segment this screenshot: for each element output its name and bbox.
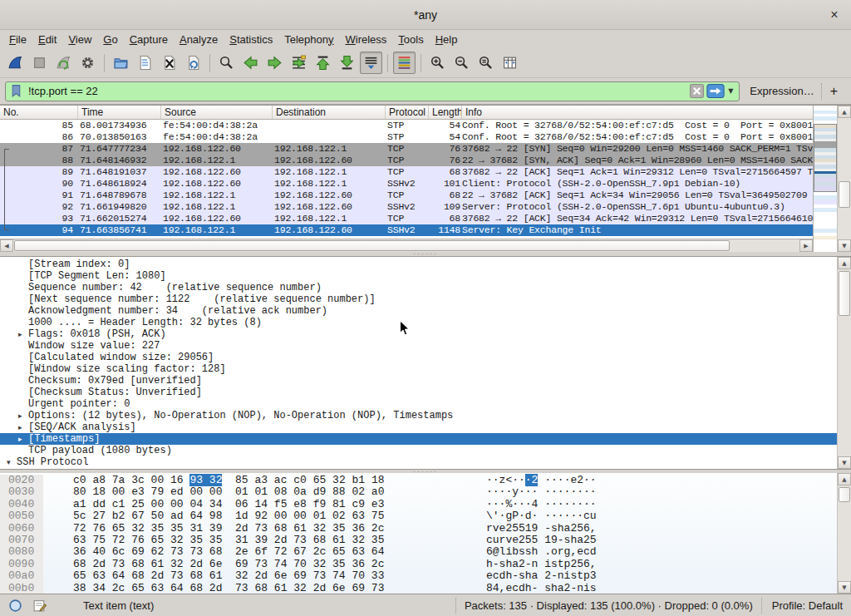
hex-row-0090[interactable]: 009068 2d 73 68 61 32 2d 6e 69 73 74 70 …: [0, 559, 837, 570]
display-filter-field[interactable]: !tcp.port == 22 ▼: [5, 81, 740, 101]
scroll-up-icon[interactable]: ▲: [838, 473, 851, 485]
scroll-right-icon[interactable]: ▶: [799, 239, 813, 252]
go-to-first-button[interactable]: [312, 52, 334, 74]
zoom-out-button[interactable]: [450, 52, 473, 74]
menu-analyze[interactable]: Analyze: [174, 32, 224, 47]
expression-button[interactable]: Expression…: [750, 85, 814, 97]
packet-row-86[interactable]: 8670.013850163fe:54:00:d4:38:2aSTP54Conf…: [0, 131, 813, 143]
intelligent-scrollbar-minimap[interactable]: [814, 106, 837, 252]
hex-row-00b0[interactable]: 00b038 34 2c 65 63 64 68 2d 73 68 61 32 …: [0, 583, 837, 594]
packet-row-87[interactable]: 8771.647777234192.168.122.60192.168.122.…: [0, 143, 813, 155]
close-file-button[interactable]: [158, 52, 180, 74]
menu-help[interactable]: Help: [430, 32, 464, 47]
packet-row-85[interactable]: 8568.001734936fe:54:00:d4:38:2aSTP54Conf…: [0, 120, 813, 131]
detail-row[interactable]: Window size value: 227: [0, 340, 837, 352]
menu-go[interactable]: Go: [97, 32, 123, 47]
go-back-button[interactable]: [239, 52, 262, 74]
details-vscrollbar[interactable]: ▲ ▼: [837, 257, 851, 469]
packet-row-94[interactable]: 9471.663856741192.168.122.1192.168.122.6…: [0, 224, 813, 236]
expert-info-icon[interactable]: [8, 599, 22, 613]
save-file-button[interactable]: [134, 52, 156, 74]
hex-row-0070[interactable]: 007063 75 72 76 65 32 35 35 31 39 2d 73 …: [0, 535, 837, 546]
detail-row[interactable]: [Checksum Status: Unverified]: [0, 387, 837, 398]
menu-capture[interactable]: Capture: [124, 32, 174, 47]
packet-row-92[interactable]: 9271.661949820192.168.122.1192.168.122.6…: [0, 201, 813, 213]
column-header-source[interactable]: Source: [161, 106, 273, 119]
detail-row[interactable]: [Calculated window size: 29056]: [0, 352, 837, 363]
clear-filter-icon[interactable]: [690, 84, 704, 98]
add-filter-button[interactable]: +: [821, 83, 846, 100]
bookmark-icon[interactable]: [8, 84, 25, 98]
detail-row[interactable]: [TCP Segment Len: 1080]: [0, 270, 837, 282]
detail-row[interactable]: Urgent pointer: 0: [0, 398, 837, 410]
column-header-protocol[interactable]: Protocol: [386, 106, 429, 119]
apply-filter-icon[interactable]: [706, 84, 725, 98]
menu-wireless[interactable]: Wireless: [340, 32, 393, 47]
expand-icon[interactable]: ▸: [18, 410, 22, 421]
scroll-down-icon[interactable]: ▼: [838, 239, 851, 252]
close-window-icon[interactable]: ×: [826, 7, 843, 23]
detail-row[interactable]: ▸Flags: 0x018 (PSH, ACK): [0, 328, 837, 340]
vscroll-thumb[interactable]: [839, 271, 850, 316]
collapse-icon[interactable]: ▾: [7, 456, 11, 468]
detail-row[interactable]: ▸[Timestamps]: [0, 433, 837, 445]
zoom-in-button[interactable]: [426, 52, 449, 74]
colorize-packets-button[interactable]: [393, 52, 416, 74]
scroll-down-icon[interactable]: ▼: [838, 581, 851, 594]
scroll-down-icon[interactable]: ▼: [838, 456, 851, 469]
menu-edit[interactable]: Edit: [32, 32, 62, 47]
go-forward-button[interactable]: [263, 52, 286, 74]
expand-icon[interactable]: ▸: [18, 328, 22, 340]
scroll-left-icon[interactable]: ◀: [0, 239, 13, 252]
menu-telephony[interactable]: Telephony: [278, 32, 339, 47]
detail-row[interactable]: ▸[SEQ/ACK analysis]: [0, 421, 837, 433]
hex-row-0050[interactable]: 00505c 27 b2 67 50 ad 64 98 1d 92 00 00 …: [0, 510, 837, 522]
detail-row[interactable]: ▸SSH Version 2 (encryption:chacha20-poly…: [0, 468, 837, 469]
hscroll-thumb[interactable]: [14, 240, 730, 251]
detail-row[interactable]: Checksum: 0x79ed [unverified]: [0, 375, 837, 387]
packet-row-88[interactable]: 8871.648146932192.168.122.1192.168.122.6…: [0, 155, 813, 166]
expand-icon[interactable]: ▸: [18, 421, 22, 433]
detail-row[interactable]: 1000 .... = Header Length: 32 bytes (8): [0, 317, 837, 328]
resize-columns-button[interactable]: [499, 52, 521, 74]
hex-row-0080[interactable]: 008036 40 6c 69 62 73 73 68 2e 6f 72 67 …: [0, 546, 837, 558]
packet-list-hscrollbar[interactable]: ◀ ▶: [0, 239, 813, 252]
hex-row-00a0[interactable]: 00a065 63 64 68 2d 73 68 61 32 2d 6e 69 …: [0, 570, 837, 582]
filter-history-dropdown-icon[interactable]: ▼: [725, 87, 736, 95]
column-header-length[interactable]: Length: [429, 106, 462, 119]
profile-selector[interactable]: Profile: Default: [761, 598, 851, 614]
zoom-original-button[interactable]: [475, 52, 497, 74]
vscroll-thumb[interactable]: [839, 487, 850, 502]
detail-row[interactable]: TCP payload (1080 bytes): [0, 445, 837, 456]
capture-comment-icon[interactable]: [32, 599, 47, 613]
packet-row-93[interactable]: 9371.662015274192.168.122.60192.168.122.…: [0, 213, 813, 224]
bytes-vscrollbar[interactable]: ▲ ▼: [837, 473, 851, 594]
scroll-up-icon[interactable]: ▲: [838, 106, 851, 118]
packet-row-89[interactable]: 8971.648191037192.168.122.60192.168.122.…: [0, 166, 813, 178]
detail-row[interactable]: [Window size scaling factor: 128]: [0, 363, 837, 375]
expand-icon[interactable]: ▸: [18, 433, 22, 445]
column-header-info[interactable]: Info: [462, 106, 813, 119]
packet-row-91[interactable]: 9171.648789678192.168.122.1192.168.122.6…: [0, 190, 813, 201]
scroll-up-icon[interactable]: ▲: [838, 257, 851, 269]
go-to-packet-button[interactable]: [288, 52, 310, 74]
hex-row-0040[interactable]: 0040a1 dd c1 25 00 00 04 34 06 14 f5 e8 …: [0, 499, 837, 510]
detail-row[interactable]: ▸Options: (12 bytes), No-Operation (NOP)…: [0, 410, 837, 421]
find-packet-button[interactable]: [215, 52, 238, 74]
minimap-thumb[interactable]: [814, 124, 837, 192]
hex-row-0030[interactable]: 003080 18 00 e3 79 ed 00 00 01 01 08 0a …: [0, 486, 837, 498]
menu-view[interactable]: View: [62, 32, 97, 47]
restart-capture-button[interactable]: [52, 52, 75, 74]
expand-icon[interactable]: ▸: [18, 468, 22, 469]
menu-file[interactable]: File: [3, 32, 32, 47]
stop-capture-button[interactable]: [28, 52, 51, 74]
detail-row[interactable]: [Stream index: 0]: [0, 259, 837, 270]
detail-row[interactable]: ▾SSH Protocol: [0, 456, 837, 468]
column-header-no[interactable]: No.: [0, 106, 78, 119]
go-to-last-button[interactable]: [336, 52, 358, 74]
reload-file-button[interactable]: [182, 52, 204, 74]
capture-options-button[interactable]: [76, 52, 99, 74]
auto-scroll-button[interactable]: [360, 52, 382, 74]
detail-row[interactable]: Sequence number: 42 (relative sequence n…: [0, 282, 837, 293]
column-header-time[interactable]: Time: [78, 106, 161, 119]
